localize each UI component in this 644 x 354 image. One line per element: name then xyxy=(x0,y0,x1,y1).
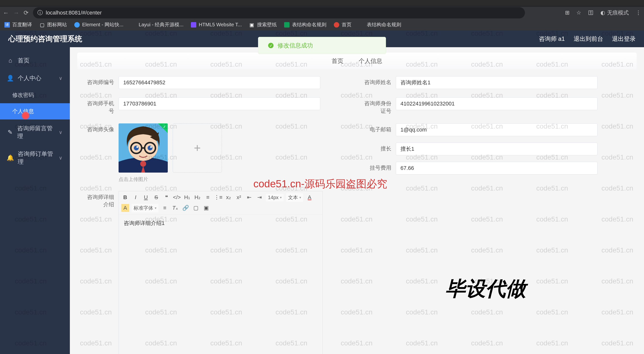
phone-input[interactable] xyxy=(118,97,320,110)
bookmark-icon xyxy=(74,22,80,27)
indent-button[interactable]: ⇤ xyxy=(245,193,253,201)
incognito-label: 无痕模式 xyxy=(607,9,629,16)
chevron-down-icon: ∨ xyxy=(59,75,62,81)
code-button[interactable]: </> xyxy=(173,193,181,201)
back-button[interactable]: ← xyxy=(3,9,9,16)
consultant-name-label: 咨询师姓名 xyxy=(364,76,391,86)
bookmark-item[interactable]: 表结构命名规则 xyxy=(359,21,401,28)
breadcrumb: 首页 个人信息 xyxy=(77,53,636,69)
check-icon: ✓ xyxy=(268,43,274,48)
bookmark-item[interactable]: Layui - 经典开源模... xyxy=(131,21,184,28)
incognito-indicator: ◐ 无痕模式 xyxy=(600,9,629,16)
bookmark-item[interactable]: 首页 xyxy=(334,21,352,28)
bookmark-icon: ▣ xyxy=(249,22,254,27)
editor-content[interactable]: 咨询师详细介绍1 xyxy=(119,215,322,354)
superscript-button[interactable]: x² xyxy=(235,193,243,201)
sidebar-sub-change-password[interactable]: 修改密码 xyxy=(0,87,70,103)
sidebar-item-orders[interactable]: 🔔 咨询师订单管理 ∨ xyxy=(0,145,70,171)
avatar-thumbnail[interactable]: ✓ xyxy=(118,123,168,173)
fee-label: 挂号费用 xyxy=(364,162,391,175)
address-bar: ← → ⟳ ⓘ localhost:8081/#/center ⊞ ☆ ⚿ ◐ … xyxy=(0,7,644,19)
bookmark-icon xyxy=(191,22,196,27)
bookmark-icon xyxy=(359,22,364,27)
url-field[interactable]: ⓘ localhost:8081/#/center xyxy=(33,7,525,18)
current-user[interactable]: 咨询师 a1 xyxy=(539,35,565,43)
link-button[interactable]: 🔗 xyxy=(182,204,190,212)
quote-button[interactable]: ❝ xyxy=(162,193,170,201)
subscript-button[interactable]: x₂ xyxy=(224,193,232,201)
bookmark-item[interactable]: ▢图标网站 xyxy=(39,21,67,28)
intro-label: 咨询师详细介绍 xyxy=(87,191,114,209)
strike-button[interactable]: S xyxy=(152,193,160,201)
bookmark-icon: 译 xyxy=(4,22,10,27)
h1-button[interactable]: H₁ xyxy=(183,193,191,201)
email-input[interactable] xyxy=(396,123,598,136)
sidebar-label: 首页 xyxy=(18,56,30,64)
align-button[interactable]: ≡ xyxy=(161,204,169,212)
plus-icon: + xyxy=(194,141,201,155)
outdent-button[interactable]: ⇥ xyxy=(256,193,264,201)
bold-button[interactable]: B xyxy=(121,193,129,201)
svg-point-7 xyxy=(148,146,152,150)
home-icon: ⌂ xyxy=(8,57,13,64)
font-name-select[interactable]: 标准字体▾ xyxy=(132,204,158,212)
bookmark-item[interactable]: 表结构命名规则 xyxy=(284,21,326,28)
go-frontend-button[interactable]: 退出到前台 xyxy=(574,35,603,43)
breadcrumb-home[interactable]: 首页 xyxy=(332,57,344,65)
idcard-label: 咨询师身份证号 xyxy=(364,97,391,115)
sidebar: ⌂ 首页 👤 个人中心 ∨ 修改密码 个人信息 ✎ 咨询师留言管理 ∨ 🔔 咨询… xyxy=(0,47,70,354)
bookmark-icon xyxy=(131,22,136,27)
edit-icon: ✎ xyxy=(8,129,13,136)
italic-button[interactable]: I xyxy=(132,193,140,201)
consultant-id-label: 咨询师编号 xyxy=(87,76,114,86)
email-label: 电子邮箱 xyxy=(364,123,391,136)
svg-point-6 xyxy=(134,146,139,150)
logout-button[interactable]: 退出登录 xyxy=(612,35,636,43)
ol-button[interactable]: ≡ xyxy=(204,193,212,201)
font-color-button[interactable]: A xyxy=(306,193,314,201)
sidebar-item-home[interactable]: ⌂ 首页 xyxy=(0,52,70,69)
clear-format-button[interactable]: Tₓ xyxy=(171,204,179,212)
upload-box[interactable]: + xyxy=(173,123,222,173)
chevron-down-icon: ∨ xyxy=(59,129,62,135)
forward-button[interactable]: → xyxy=(13,9,19,16)
consultant-name-input[interactable] xyxy=(396,76,598,89)
browser-titlebar xyxy=(0,0,644,6)
key-icon[interactable]: ⚿ xyxy=(588,9,594,16)
bookmark-item[interactable]: Element - 网站快... xyxy=(74,21,124,28)
star-icon[interactable]: ☆ xyxy=(576,9,581,16)
bookmark-item[interactable]: ▣搜索壁纸 xyxy=(249,21,277,28)
underline-button[interactable]: U xyxy=(142,193,150,201)
avatar-label: 咨询师头像 xyxy=(87,123,114,133)
bookmarks-bar: 译百度翻译 ▢图标网站 Element - 网站快... Layui - 经典开… xyxy=(0,19,644,30)
header-actions: 咨询师 a1 退出到前台 退出登录 xyxy=(539,35,636,43)
app-title: 心理预约咨询管理系统 xyxy=(8,34,82,44)
font-size-select[interactable]: 14px▾ xyxy=(266,194,284,201)
sidebar-item-profile[interactable]: 👤 个人中心 ∨ xyxy=(0,69,70,87)
menu-icon[interactable]: ⋮ xyxy=(636,9,641,16)
idcard-input[interactable] xyxy=(396,97,598,110)
sidebar-sub-personal-info[interactable]: 个人信息 xyxy=(0,103,70,119)
consultant-id-input[interactable] xyxy=(118,76,320,89)
sidebar-item-messages[interactable]: ✎ 咨询师留言管理 ∨ xyxy=(0,119,70,145)
reload-button[interactable]: ⟳ xyxy=(24,9,28,16)
url-text: localhost:8081/#/center xyxy=(46,9,102,16)
translate-icon[interactable]: ⊞ xyxy=(565,9,570,16)
bookmark-item[interactable]: 译百度翻译 xyxy=(4,21,32,28)
sidebar-sub-label: 修改密码 xyxy=(12,92,34,98)
video-button[interactable]: ▣ xyxy=(202,204,210,212)
h2-button[interactable]: H₂ xyxy=(194,193,202,201)
bell-icon: 🔔 xyxy=(8,154,13,161)
bookmark-item[interactable]: HTML5 Website T... xyxy=(191,22,242,27)
image-button[interactable]: ▢ xyxy=(192,204,200,212)
skill-input[interactable] xyxy=(396,143,598,155)
bookmark-icon xyxy=(334,22,339,27)
sidebar-label: 咨询师订单管理 xyxy=(18,150,54,166)
ul-button[interactable]: ⋮≡ xyxy=(214,193,222,201)
bg-color-button[interactable]: A xyxy=(121,204,129,212)
insecure-icon: ⓘ xyxy=(38,9,43,16)
font-family-select[interactable]: 文本▾ xyxy=(286,193,303,202)
success-toast: ✓ 修改信息成功 xyxy=(258,37,386,54)
main-panel: 首页 个人信息 咨询师编号 咨询师姓名 咨询师手机号 xyxy=(70,47,644,354)
fee-input[interactable] xyxy=(396,162,598,175)
